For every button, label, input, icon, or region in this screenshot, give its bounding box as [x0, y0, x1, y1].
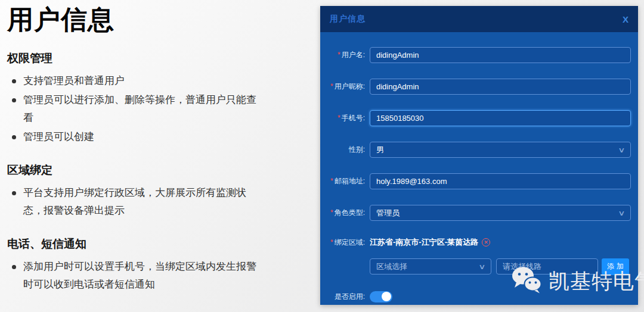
region-area-select[interactable]: 区域选择 ∨ [370, 258, 491, 274]
enable-toggle[interactable] [370, 291, 392, 302]
list-item: 管理员可以创建 [7, 128, 262, 146]
bound-region-value: 江苏省-南京市-江宁区-莱茵达路 ✕ [370, 237, 490, 248]
section-heading: 权限管理 [7, 51, 287, 66]
bullet-list: 添加用户时可以设置手机号，当绑定区域内发生报警时可以收到电话或者短信通知 [7, 258, 262, 294]
nickname-field[interactable] [370, 79, 631, 95]
modal-title: 用户信息 [330, 14, 366, 24]
form-row-role: *角色类型: 管理员 ∨ [320, 205, 631, 221]
phone-field[interactable] [370, 110, 631, 126]
list-item: 支持管理员和普通用户 [7, 72, 262, 90]
nickname-label: *用户昵称: [320, 82, 370, 92]
toggle-knob [382, 292, 391, 301]
form-row-email: *邮箱地址: [320, 173, 631, 189]
region-area-select-placeholder: 区域选择 [376, 261, 407, 272]
required-asterisk: * [330, 208, 333, 217]
email-field[interactable] [370, 173, 631, 189]
form-row-phone: *手机号: [320, 110, 631, 126]
enabled-label: 是否启用: [320, 292, 370, 302]
required-asterisk: * [330, 177, 333, 185]
section-heading: 区域绑定 [7, 163, 287, 178]
region-label: *绑定区域: [320, 238, 370, 248]
section-heading: 电话、短信通知 [7, 236, 287, 252]
close-icon[interactable]: X [623, 15, 628, 24]
chevron-down-icon: ∨ [618, 209, 625, 217]
required-asterisk: * [330, 82, 333, 91]
bullet-list: 支持管理员和普通用户 管理员可以进行添加、删除等操作，普通用户只能查看 管理员可… [7, 72, 262, 146]
list-item: 平台支持用户绑定行政区域，大屏展示所有监测状态，报警设备弹出提示 [7, 184, 262, 220]
role-select[interactable]: 管理员 ∨ [370, 205, 631, 221]
role-label: *角色类型: [320, 208, 370, 218]
modal-header: 用户信息 X [320, 6, 638, 32]
gender-select[interactable]: 男 ∨ [370, 142, 631, 158]
user-info-modal: 用户信息 X *用户名: *用户昵称: *手机号: 性别: 男 ∨ *邮箱地址: [320, 6, 638, 305]
feature-description-panel: 用户信息 权限管理 支持管理员和普通用户 管理员可以进行添加、删除等操作，普通用… [7, 5, 287, 295]
chevron-down-icon: ∨ [618, 146, 625, 154]
form-row-nickname: *用户昵称: [320, 79, 631, 95]
remove-region-icon[interactable]: ✕ [482, 238, 490, 247]
section-permissions: 权限管理 支持管理员和普通用户 管理员可以进行添加、删除等操作，普通用户只能查看… [7, 51, 287, 146]
phone-label: *手机号: [320, 113, 370, 123]
section-notifications: 电话、短信通知 添加用户时可以设置手机号，当绑定区域内发生报警时可以收到电话或者… [7, 236, 287, 294]
gender-select-value: 男 [376, 145, 384, 155]
list-item: 管理员可以进行添加、删除等操作，普通用户只能查看 [7, 91, 262, 127]
list-item: 添加用户时可以设置手机号，当绑定区域内发生报警时可以收到电话或者短信通知 [7, 258, 262, 294]
chevron-down-icon: ∨ [478, 263, 485, 271]
form-row-username: *用户名: [320, 47, 631, 63]
region-picker-row: 区域选择 ∨ 添 加 [320, 258, 631, 274]
bullet-list: 平台支持用户绑定行政区域，大屏展示所有监测状态，报警设备弹出提示 [7, 184, 262, 220]
username-field[interactable] [370, 47, 631, 63]
required-asterisk: * [330, 238, 333, 247]
required-asterisk: * [338, 114, 340, 122]
page-title: 用户信息 [7, 5, 287, 35]
username-label: *用户名: [320, 50, 370, 60]
section-region-binding: 区域绑定 平台支持用户绑定行政区域，大屏展示所有监测状态，报警设备弹出提示 [7, 163, 287, 220]
required-asterisk: * [338, 51, 340, 59]
role-select-value: 管理员 [376, 208, 400, 219]
email-label: *邮箱地址: [320, 176, 370, 186]
add-region-button[interactable]: 添 加 [602, 258, 629, 275]
form-row-enabled: 是否启用: [320, 291, 631, 302]
form-row-region: *绑定区域: 江苏省-南京市-江宁区-莱茵达路 ✕ [320, 236, 631, 248]
form-row-gender: 性别: 男 ∨ [320, 142, 631, 158]
modal-body: *用户名: *用户昵称: *手机号: 性别: 男 ∨ *邮箱地址: *角色类型:… [320, 32, 638, 302]
gender-label: 性别: [320, 145, 370, 155]
line-select-input[interactable] [496, 258, 598, 274]
